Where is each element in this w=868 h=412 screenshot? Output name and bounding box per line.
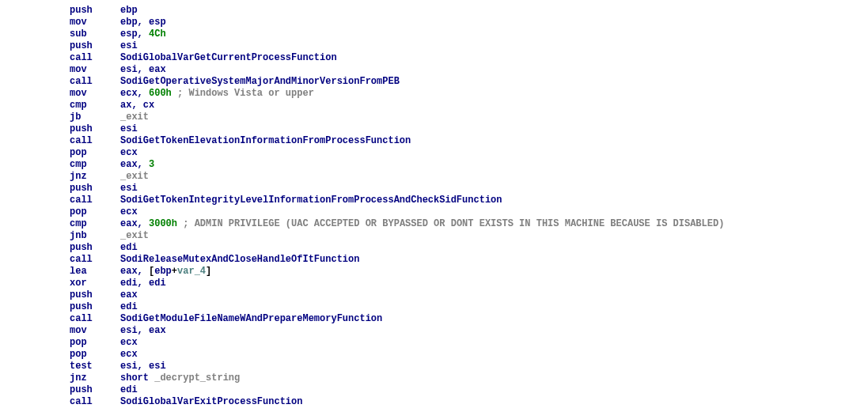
mnemonic: call [70, 135, 120, 147]
mnemonic: mov [70, 325, 120, 337]
asm-line[interactable]: pushesi [70, 183, 868, 195]
operand-token: esi [120, 361, 138, 372]
separator: , [138, 266, 149, 277]
operand-token: edi [120, 301, 138, 312]
asm-line[interactable]: cmpeax, 3 [70, 159, 868, 171]
mnemonic: push [70, 123, 120, 135]
separator: , [138, 17, 149, 28]
mnemonic: cmp [70, 218, 120, 230]
mnemonic: call [70, 76, 120, 88]
asm-line[interactable]: callSodiGetTokenElevationInformationFrom… [70, 135, 868, 147]
disassembly-listing: pushebpmovebp, espsubesp, 4Chpushesicall… [70, 5, 868, 408]
operand-token: 600h [149, 88, 172, 99]
mnemonic: lea [70, 266, 120, 278]
mnemonic: call [70, 313, 120, 325]
operand-token: eax [149, 64, 166, 75]
mnemonic: push [70, 301, 120, 313]
mnemonic: pop [70, 206, 120, 218]
operand-token: eax [120, 289, 138, 300]
mnemonic: call [70, 52, 120, 64]
asm-line[interactable]: callSodiGlobalVarGetCurrentProcessFuncti… [70, 52, 868, 64]
operand-token: ebp [120, 17, 138, 28]
operand-token: eax [149, 325, 166, 336]
operand-token: var_4 [177, 266, 206, 277]
asm-line[interactable]: pushedi [70, 242, 868, 254]
mnemonic: cmp [70, 159, 120, 171]
operand-token: ecx [120, 349, 138, 360]
operand-token: 3000h [149, 218, 177, 229]
padding [172, 88, 177, 99]
mnemonic: cmp [70, 100, 120, 112]
operand-token: ecx [120, 337, 138, 348]
mnemonic: push [70, 242, 120, 254]
asm-line[interactable]: jnzshort _decrypt_string [70, 372, 868, 384]
operand-token: eax [120, 266, 138, 277]
asm-line[interactable]: pushesi [70, 40, 868, 52]
operand-token: _exit [120, 171, 149, 182]
asm-line[interactable]: popecx [70, 349, 868, 361]
operand-token: 4Ch [149, 28, 166, 40]
asm-line[interactable]: movesi, eax [70, 325, 868, 337]
operand-token: _exit [120, 112, 149, 123]
asm-line[interactable]: jnb_exit [70, 230, 868, 242]
separator: , [138, 28, 149, 40]
operand-token: eax [120, 159, 138, 170]
operand-token: short [120, 372, 149, 384]
asm-line[interactable]: popecx [70, 206, 868, 218]
asm-line[interactable]: callSodiGlobalVarExitProcessFunction [70, 396, 868, 408]
separator: , [138, 278, 149, 289]
mnemonic: mov [70, 64, 120, 76]
comment: ; Windows Vista or upper [177, 88, 314, 99]
operand-token: ebp [154, 266, 172, 277]
operand-token: ecx [120, 206, 138, 217]
asm-line[interactable]: jb_exit [70, 112, 868, 123]
asm-line[interactable]: popecx [70, 337, 868, 349]
mnemonic: push [70, 183, 120, 195]
asm-line[interactable]: subesp, 4Ch [70, 28, 868, 40]
asm-line[interactable]: leaeax, [ebp+var_4] [70, 266, 868, 278]
asm-line[interactable]: callSodiGetTokenIntegrityLevelInformatio… [70, 195, 868, 206]
operand-token: edi [120, 242, 138, 253]
operand-token: SodiGlobalVarExitProcessFunction [120, 396, 302, 407]
asm-line[interactable]: pushedi [70, 384, 868, 396]
operand-token: ecx [120, 88, 138, 99]
operand-token: esp [120, 28, 138, 40]
mnemonic: push [70, 289, 120, 301]
mnemonic: push [70, 40, 120, 52]
asm-line[interactable]: xoredi, edi [70, 278, 868, 289]
operand-token: edi [149, 278, 166, 289]
asm-line[interactable]: pushedi [70, 301, 868, 313]
separator: , [138, 361, 149, 372]
asm-line[interactable]: pusheax [70, 289, 868, 301]
asm-line[interactable]: callSodiGetModuleFileNameWAndPrepareMemo… [70, 313, 868, 325]
mnemonic: sub [70, 28, 120, 40]
asm-line[interactable]: movecx, 600h ; Windows Vista or upper [70, 88, 868, 100]
separator: , [138, 64, 149, 75]
mnemonic: push [70, 5, 120, 17]
asm-line[interactable]: popecx [70, 147, 868, 159]
mnemonic: test [70, 361, 120, 372]
separator: , [138, 88, 149, 99]
asm-line[interactable]: jnz_exit [70, 171, 868, 183]
asm-line[interactable]: movebp, esp [70, 17, 868, 28]
asm-line[interactable]: cmpax, cx [70, 100, 868, 112]
asm-line[interactable]: callSodiReleaseMutexAndCloseHandleOfItFu… [70, 254, 868, 266]
asm-line[interactable]: callSodiGetOperativeSystemMajorAndMinorV… [70, 76, 868, 88]
operand-token: _exit [120, 230, 149, 241]
comment: ; ADMIN PRIVILEGE (UAC ACCEPTED OR BYPAS… [183, 218, 724, 229]
separator: , [138, 325, 149, 336]
asm-line[interactable]: cmpeax, 3000h ; ADMIN PRIVILEGE (UAC ACC… [70, 218, 868, 230]
asm-line[interactable]: pushesi [70, 123, 868, 135]
operand-token: eax [120, 218, 138, 229]
asm-line[interactable]: testesi, esi [70, 361, 868, 372]
operand-token: esi [149, 361, 166, 372]
operand-token: ] [206, 266, 211, 277]
mnemonic: xor [70, 278, 120, 289]
operand-token: SodiReleaseMutexAndCloseHandleOfItFuncti… [120, 254, 359, 265]
asm-line[interactable]: movesi, eax [70, 64, 868, 76]
mnemonic: jb [70, 112, 120, 123]
asm-line[interactable]: pushebp [70, 5, 868, 17]
operand-token: esi [120, 123, 138, 134]
mnemonic: push [70, 384, 120, 396]
operand-token: esi [120, 183, 138, 194]
